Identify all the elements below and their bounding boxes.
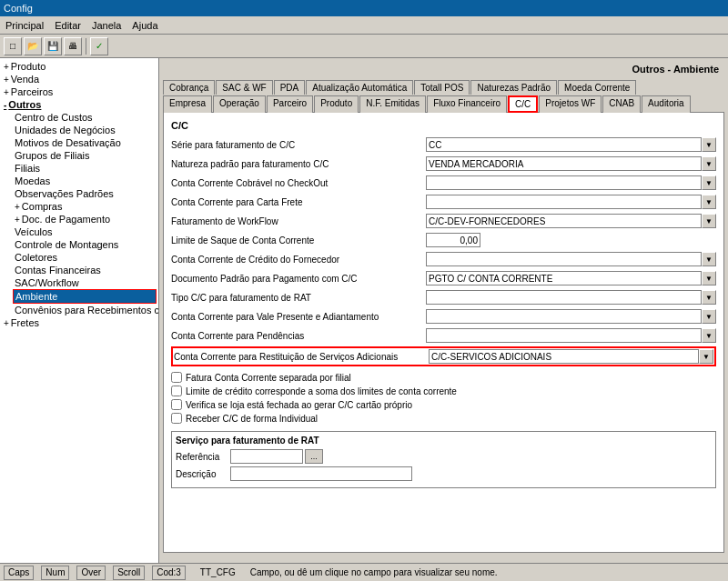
plus-icon: + [15, 202, 20, 212]
dropdown-container-documento-padrao: ▼ [426, 271, 716, 285]
sidebar-item-centro-custos[interactable]: Centro de Custos [13, 111, 157, 124]
tab-nf-emitidas[interactable]: N.F. Emitidas [359, 95, 426, 113]
dropdown-container-serie-faturamento: ▼ [426, 137, 716, 152]
tab-operacao[interactable]: Operação [213, 95, 266, 113]
sidebar-item-parceiros[interactable]: + Parceiros [2, 85, 157, 98]
tab-naturezas[interactable]: Naturezas Padrão [470, 80, 557, 95]
browse-button[interactable]: ... [305, 449, 323, 464]
plus-icon: + [4, 87, 9, 97]
sidebar-item-moedas[interactable]: Moedas [13, 175, 157, 187]
dropdown-arrow-natureza-padrao[interactable]: ▼ [702, 156, 716, 171]
dropdown-input-natureza-padrao[interactable] [426, 156, 702, 171]
status-message: Campo, ou dê um clique no campo para vis… [250, 567, 498, 577]
sidebar-item-contas-financeiras[interactable]: Contas Financeiras [13, 264, 157, 276]
checkbox-row-3: Verifica se loja está fechada ao gerar C… [171, 399, 716, 410]
sidebar-item-controle-montagens[interactable]: Controle de Montagens [13, 238, 157, 251]
dropdown-input-documento-padrao[interactable] [426, 271, 702, 285]
status-caps: Caps [4, 566, 34, 580]
toolbar: □ 📂 💾 🖶 ✓ [0, 35, 728, 58]
title-bar-text: Config [4, 3, 33, 14]
content-area: Outros - Ambiente Cobrança SAC & WF PDA … [159, 58, 728, 563]
form-row-conta-corrente-carta: Conta Corrente para Carta Frete▼ [171, 194, 716, 210]
sidebar-item-convenios[interactable]: Convênios para Recebimentos c [13, 304, 157, 316]
tab-totall-pos[interactable]: Totall POS [414, 80, 470, 95]
tab-fluxo-financeiro[interactable]: Fluxo Financeiro [427, 95, 507, 113]
dropdown-input-tipo-cc-rat[interactable] [426, 290, 702, 305]
dropdown-arrow-serie-faturamento[interactable]: ▼ [702, 137, 716, 152]
dropdown-arrow-conta-restituicao[interactable]: ▼ [699, 349, 713, 364]
toolbar-open-btn[interactable]: 📂 [24, 37, 42, 55]
sidebar-item-sac-workflow[interactable]: SAC/Workflow [13, 276, 157, 289]
tab-parceiro[interactable]: Parceiro [267, 95, 313, 113]
sidebar-item-motivos-desativacao[interactable]: Motivos de Desativação [13, 136, 157, 149]
dropdown-arrow-conta-corrente-cobr[interactable]: ▼ [702, 175, 716, 190]
dropdown-input-faturamento-workflow[interactable] [426, 214, 702, 228]
dropdown-arrow-conta-corrente-carta[interactable]: ▼ [702, 195, 716, 209]
sidebar: + Produto + Venda + Parceiros - Outros C… [0, 58, 159, 563]
dropdown-arrow-tipo-cc-rat[interactable]: ▼ [702, 290, 716, 305]
dropdown-arrow-conta-vale[interactable]: ▼ [702, 309, 716, 324]
status-cod: Cod:3 [152, 566, 186, 580]
dropdown-arrow-conta-credito[interactable]: ▼ [702, 252, 716, 266]
sidebar-item-ambiente[interactable]: Ambiente [13, 289, 157, 304]
tab-produto[interactable]: Produto [314, 95, 359, 113]
sidebar-item-observacoes[interactable]: Observações Padrões [13, 187, 157, 200]
dropdown-arrow-faturamento-workflow[interactable]: ▼ [702, 214, 716, 228]
menu-principal[interactable]: Principal [2, 19, 47, 32]
sidebar-label: Observações Padrões [15, 188, 114, 199]
checkbox-receber-cc[interactable] [171, 413, 182, 424]
form-row-conta-corrente-cobr: Conta Corrente Cobrável no CheckOut▼ [171, 175, 716, 191]
dropdown-input-conta-corrente-carta[interactable] [426, 195, 702, 209]
dropdown-input-serie-faturamento[interactable] [426, 137, 702, 152]
toolbar-save-btn[interactable]: 💾 [44, 37, 62, 55]
dropdown-input-conta-pendencias[interactable] [426, 328, 702, 343]
form-row-documento-padrao: Documento Padrão para Pagamento com C/C▼ [171, 270, 716, 286]
toolbar-new-btn[interactable]: □ [4, 37, 22, 55]
sidebar-item-venda[interactable]: + Venda [2, 73, 157, 85]
sidebar-item-compras[interactable]: + Compras [13, 200, 157, 213]
descricao-input[interactable] [230, 466, 412, 481]
sidebar-item-coletores[interactable]: Coletores [13, 251, 157, 264]
dropdown-input-conta-credito[interactable] [426, 252, 702, 266]
dropdown-input-conta-restituicao[interactable] [429, 349, 699, 364]
dropdown-input-conta-corrente-cobr[interactable] [426, 175, 702, 190]
status-bar: Caps Num Over Scroll Cod:3 TT_CFG Campo,… [0, 563, 728, 581]
sidebar-item-filiais[interactable]: Filiais [13, 162, 157, 175]
tab-empresa[interactable]: Empresa [163, 95, 212, 113]
toolbar-check-btn[interactable]: ✓ [90, 37, 108, 55]
menu-janela[interactable]: Janela [88, 19, 125, 32]
tab-cobranca[interactable]: Cobrança [163, 80, 215, 95]
sidebar-item-veiculos[interactable]: Veículos [13, 225, 157, 238]
sidebar-item-doc-pagamento[interactable]: + Doc. de Pagamento [13, 213, 157, 225]
checkbox-verifica-loja[interactable] [171, 399, 182, 410]
tab-row-2: Empresa Operação Parceiro Produto N.F. E… [163, 95, 724, 113]
tab-pda[interactable]: PDA [274, 80, 306, 95]
sidebar-item-produto[interactable]: + Produto [2, 60, 157, 73]
dropdown-arrow-conta-pendencias[interactable]: ▼ [702, 328, 716, 343]
checkbox-limite-credito[interactable] [171, 386, 182, 396]
field-label-conta-corrente-carta: Conta Corrente para Carta Frete [171, 197, 426, 207]
status-num: Num [41, 566, 69, 580]
menu-ajuda[interactable]: Ajuda [128, 19, 161, 32]
menu-editar[interactable]: Editar [51, 19, 85, 32]
sidebar-item-grupos-filiais[interactable]: Grupos de Filiais [13, 149, 157, 162]
tab-auditoria[interactable]: Auditoria [642, 95, 690, 113]
dropdown-container-conta-corrente-carta: ▼ [426, 195, 716, 209]
dropdown-input-conta-vale[interactable] [426, 309, 702, 324]
tab-projetos-wf[interactable]: Projetos WF [539, 95, 602, 113]
referencia-input[interactable] [230, 449, 303, 464]
tab-sac-wf[interactable]: SAC & WF [216, 80, 272, 95]
sidebar-item-outros[interactable]: - Outros [2, 98, 157, 111]
checkbox-row-2: Limite de crédito corresponde a soma dos… [171, 386, 716, 396]
tab-cnab[interactable]: CNAB [602, 95, 641, 113]
sidebar-item-unidades-negocios[interactable]: Unidades de Negócios [13, 124, 157, 136]
tab-moeda-corrente[interactable]: Moeda Corrente [558, 80, 636, 95]
amount-input-limite-saque[interactable] [426, 233, 480, 247]
checkbox-fatura-separada[interactable] [171, 372, 182, 383]
tab-atualizacao[interactable]: Atualização Automática [306, 80, 413, 95]
field-label-documento-padrao: Documento Padrão para Pagamento com C/C [171, 274, 426, 284]
sidebar-item-fretes[interactable]: + Fretes [2, 316, 157, 329]
dropdown-arrow-documento-padrao[interactable]: ▼ [702, 271, 716, 285]
toolbar-print-btn[interactable]: 🖶 [64, 37, 82, 55]
tab-cc[interactable]: C/C [508, 95, 538, 113]
